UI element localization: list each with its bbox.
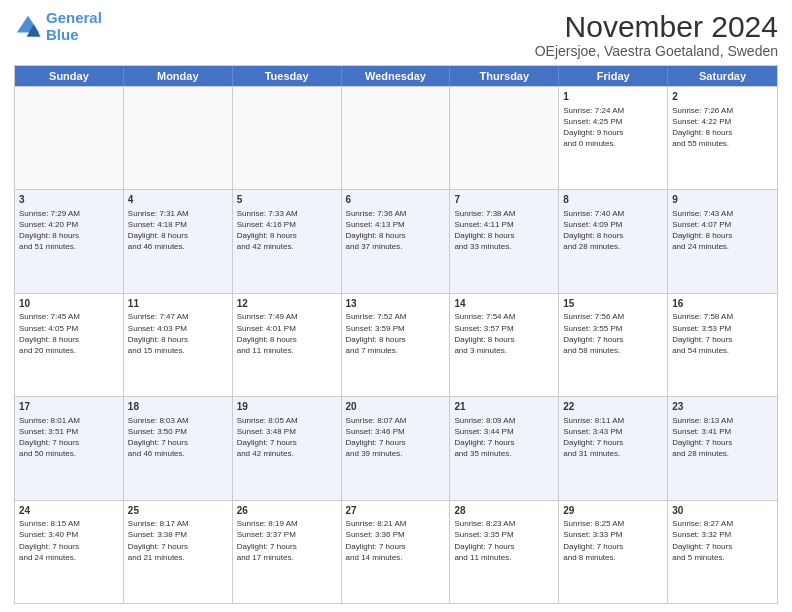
cell-w2-d7: 9Sunrise: 7:43 AM Sunset: 4:07 PM Daylig… xyxy=(668,190,777,292)
cell-w5-d5: 28Sunrise: 8:23 AM Sunset: 3:35 PM Dayli… xyxy=(450,501,559,603)
day-number: 7 xyxy=(454,193,554,207)
cell-w5-d1: 24Sunrise: 8:15 AM Sunset: 3:40 PM Dayli… xyxy=(15,501,124,603)
day-info: Sunrise: 8:03 AM Sunset: 3:50 PM Dayligh… xyxy=(128,415,228,460)
day-number: 15 xyxy=(563,297,663,311)
cell-w2-d5: 7Sunrise: 7:38 AM Sunset: 4:11 PM Daylig… xyxy=(450,190,559,292)
calendar-header: Sunday Monday Tuesday Wednesday Thursday… xyxy=(15,66,777,86)
col-wednesday: Wednesday xyxy=(342,66,451,86)
logo: General Blue xyxy=(14,10,102,43)
cell-w3-d4: 13Sunrise: 7:52 AM Sunset: 3:59 PM Dayli… xyxy=(342,294,451,396)
day-number: 28 xyxy=(454,504,554,518)
day-number: 30 xyxy=(672,504,773,518)
cell-w5-d4: 27Sunrise: 8:21 AM Sunset: 3:36 PM Dayli… xyxy=(342,501,451,603)
day-number: 17 xyxy=(19,400,119,414)
cell-w3-d5: 14Sunrise: 7:54 AM Sunset: 3:57 PM Dayli… xyxy=(450,294,559,396)
cell-w2-d6: 8Sunrise: 7:40 AM Sunset: 4:09 PM Daylig… xyxy=(559,190,668,292)
week-5: 24Sunrise: 8:15 AM Sunset: 3:40 PM Dayli… xyxy=(15,500,777,603)
cell-w5-d6: 29Sunrise: 8:25 AM Sunset: 3:33 PM Dayli… xyxy=(559,501,668,603)
cell-w1-d3 xyxy=(233,87,342,189)
day-info: Sunrise: 7:47 AM Sunset: 4:03 PM Dayligh… xyxy=(128,311,228,356)
day-number: 19 xyxy=(237,400,337,414)
day-info: Sunrise: 8:25 AM Sunset: 3:33 PM Dayligh… xyxy=(563,518,663,563)
day-info: Sunrise: 7:58 AM Sunset: 3:53 PM Dayligh… xyxy=(672,311,773,356)
day-info: Sunrise: 7:43 AM Sunset: 4:07 PM Dayligh… xyxy=(672,208,773,253)
col-saturday: Saturday xyxy=(668,66,777,86)
cell-w1-d1 xyxy=(15,87,124,189)
day-info: Sunrise: 8:23 AM Sunset: 3:35 PM Dayligh… xyxy=(454,518,554,563)
cell-w5-d2: 25Sunrise: 8:17 AM Sunset: 3:38 PM Dayli… xyxy=(124,501,233,603)
day-number: 10 xyxy=(19,297,119,311)
day-info: Sunrise: 8:17 AM Sunset: 3:38 PM Dayligh… xyxy=(128,518,228,563)
day-number: 14 xyxy=(454,297,554,311)
day-number: 12 xyxy=(237,297,337,311)
cell-w4-d1: 17Sunrise: 8:01 AM Sunset: 3:51 PM Dayli… xyxy=(15,397,124,499)
day-info: Sunrise: 8:05 AM Sunset: 3:48 PM Dayligh… xyxy=(237,415,337,460)
cell-w4-d2: 18Sunrise: 8:03 AM Sunset: 3:50 PM Dayli… xyxy=(124,397,233,499)
col-tuesday: Tuesday xyxy=(233,66,342,86)
month-title: November 2024 xyxy=(535,10,778,43)
day-number: 21 xyxy=(454,400,554,414)
day-info: Sunrise: 8:19 AM Sunset: 3:37 PM Dayligh… xyxy=(237,518,337,563)
day-info: Sunrise: 8:21 AM Sunset: 3:36 PM Dayligh… xyxy=(346,518,446,563)
cell-w4-d3: 19Sunrise: 8:05 AM Sunset: 3:48 PM Dayli… xyxy=(233,397,342,499)
day-info: Sunrise: 7:24 AM Sunset: 4:25 PM Dayligh… xyxy=(563,105,663,150)
logo-line1: General xyxy=(46,9,102,26)
day-number: 27 xyxy=(346,504,446,518)
day-number: 11 xyxy=(128,297,228,311)
cell-w2-d1: 3Sunrise: 7:29 AM Sunset: 4:20 PM Daylig… xyxy=(15,190,124,292)
day-info: Sunrise: 7:54 AM Sunset: 3:57 PM Dayligh… xyxy=(454,311,554,356)
day-number: 25 xyxy=(128,504,228,518)
cell-w3-d3: 12Sunrise: 7:49 AM Sunset: 4:01 PM Dayli… xyxy=(233,294,342,396)
day-info: Sunrise: 8:09 AM Sunset: 3:44 PM Dayligh… xyxy=(454,415,554,460)
day-info: Sunrise: 8:01 AM Sunset: 3:51 PM Dayligh… xyxy=(19,415,119,460)
cell-w3-d1: 10Sunrise: 7:45 AM Sunset: 4:05 PM Dayli… xyxy=(15,294,124,396)
cell-w5-d7: 30Sunrise: 8:27 AM Sunset: 3:32 PM Dayli… xyxy=(668,501,777,603)
col-sunday: Sunday xyxy=(15,66,124,86)
week-4: 17Sunrise: 8:01 AM Sunset: 3:51 PM Dayli… xyxy=(15,396,777,499)
title-area: November 2024 OEjersjoe, Vaestra Goetala… xyxy=(535,10,778,59)
day-info: Sunrise: 8:27 AM Sunset: 3:32 PM Dayligh… xyxy=(672,518,773,563)
calendar-body: 1Sunrise: 7:24 AM Sunset: 4:25 PM Daylig… xyxy=(15,86,777,603)
location-title: OEjersjoe, Vaestra Goetaland, Sweden xyxy=(535,43,778,59)
day-info: Sunrise: 7:29 AM Sunset: 4:20 PM Dayligh… xyxy=(19,208,119,253)
day-number: 18 xyxy=(128,400,228,414)
page: General Blue November 2024 OEjersjoe, Va… xyxy=(0,0,792,612)
cell-w4-d6: 22Sunrise: 8:11 AM Sunset: 3:43 PM Dayli… xyxy=(559,397,668,499)
logo-line2: Blue xyxy=(46,26,79,43)
day-number: 2 xyxy=(672,90,773,104)
day-info: Sunrise: 7:31 AM Sunset: 4:18 PM Dayligh… xyxy=(128,208,228,253)
week-3: 10Sunrise: 7:45 AM Sunset: 4:05 PM Dayli… xyxy=(15,293,777,396)
week-1: 1Sunrise: 7:24 AM Sunset: 4:25 PM Daylig… xyxy=(15,86,777,189)
col-friday: Friday xyxy=(559,66,668,86)
week-2: 3Sunrise: 7:29 AM Sunset: 4:20 PM Daylig… xyxy=(15,189,777,292)
cell-w2-d3: 5Sunrise: 7:33 AM Sunset: 4:16 PM Daylig… xyxy=(233,190,342,292)
cell-w1-d2 xyxy=(124,87,233,189)
day-info: Sunrise: 7:40 AM Sunset: 4:09 PM Dayligh… xyxy=(563,208,663,253)
day-info: Sunrise: 7:49 AM Sunset: 4:01 PM Dayligh… xyxy=(237,311,337,356)
day-info: Sunrise: 7:36 AM Sunset: 4:13 PM Dayligh… xyxy=(346,208,446,253)
day-number: 22 xyxy=(563,400,663,414)
day-info: Sunrise: 7:52 AM Sunset: 3:59 PM Dayligh… xyxy=(346,311,446,356)
day-number: 24 xyxy=(19,504,119,518)
day-info: Sunrise: 8:15 AM Sunset: 3:40 PM Dayligh… xyxy=(19,518,119,563)
day-info: Sunrise: 8:07 AM Sunset: 3:46 PM Dayligh… xyxy=(346,415,446,460)
day-info: Sunrise: 8:13 AM Sunset: 3:41 PM Dayligh… xyxy=(672,415,773,460)
calendar: Sunday Monday Tuesday Wednesday Thursday… xyxy=(14,65,778,604)
day-info: Sunrise: 7:26 AM Sunset: 4:22 PM Dayligh… xyxy=(672,105,773,150)
day-info: Sunrise: 7:45 AM Sunset: 4:05 PM Dayligh… xyxy=(19,311,119,356)
logo-icon xyxy=(14,13,42,41)
cell-w2-d2: 4Sunrise: 7:31 AM Sunset: 4:18 PM Daylig… xyxy=(124,190,233,292)
day-number: 29 xyxy=(563,504,663,518)
logo-text: General Blue xyxy=(46,10,102,43)
day-number: 3 xyxy=(19,193,119,207)
cell-w1-d4 xyxy=(342,87,451,189)
day-info: Sunrise: 8:11 AM Sunset: 3:43 PM Dayligh… xyxy=(563,415,663,460)
day-number: 8 xyxy=(563,193,663,207)
cell-w3-d2: 11Sunrise: 7:47 AM Sunset: 4:03 PM Dayli… xyxy=(124,294,233,396)
day-number: 5 xyxy=(237,193,337,207)
day-number: 6 xyxy=(346,193,446,207)
day-info: Sunrise: 7:38 AM Sunset: 4:11 PM Dayligh… xyxy=(454,208,554,253)
day-number: 4 xyxy=(128,193,228,207)
day-number: 1 xyxy=(563,90,663,104)
day-number: 20 xyxy=(346,400,446,414)
